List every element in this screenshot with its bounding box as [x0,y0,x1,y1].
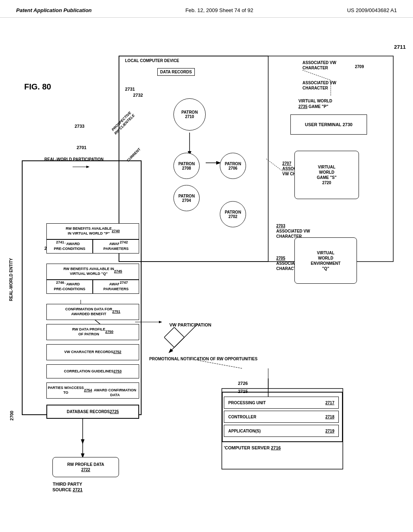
computer-server-box [222,392,343,442]
fig-label: FIG. 80 [24,82,51,91]
user-terminal-label: USER TERMINAL 2730 [305,122,353,127]
parties-access-box: PARTIES W/ACCESS TO 2754AWARD CONFIRMATI… [46,382,139,399]
label-2701: 2701 [77,145,86,150]
prospective-rw-label: PROSPECTIVERW CLIENTELE [108,108,138,137]
svg-line-16 [302,70,331,80]
assoc-vw-char-2709: ASSOCIATED VWCHARACTER [302,60,336,71]
label-2722: 2722 [81,467,90,472]
svg-line-19 [266,159,282,171]
data-records-label: DATA RECORDS [157,68,195,76]
confirmation-data-box: CONFIRMATION DATA FORAWARDED BENEFIT 275… [46,304,139,320]
rw-benefits-q-box: RW BENEFITS AVAILABLE INVIRTUAL WORLD "Q… [46,264,139,280]
patron-2702: PATRON2702 [220,201,246,227]
patron-2704: PATRON2704 [173,185,200,211]
label-2742: 2742 [119,240,129,245]
label-2733: 2733 [75,123,84,129]
diagram-area: FIG. 80 2711 LOCAL COMPUTER DEVICE DATA … [0,18,413,501]
label-2747: 2747 [119,281,129,285]
award-params-2747: AWARDPARAMETERS [93,280,139,294]
computer-server-label: 'COMPUTER SERVER 2716 [224,445,281,451]
vw-participation-diamond [164,327,184,349]
correlation-guidelines-box: CORRELATION GUIDELINES 2753 [46,364,139,378]
local-computer-label: LOCAL COMPUTER DEVICE [125,58,179,63]
virtual-world-env-q: VIRTUALWORLDENVIRONMENT"Q" [294,237,357,284]
page-header: Patent Application Publication Feb. 12, … [0,0,413,18]
header-right: US 2009/0043682 A1 [347,7,397,13]
header-center: Feb. 12, 2009 Sheet 74 of 92 [186,7,253,13]
vw-character-records-box: VW CHARACTER RECORDS 2752 [46,344,139,360]
rw-data-profile-box: RW DATA PROFILEOF PATRON 2750 [46,324,139,340]
svg-line-11 [198,360,242,368]
label-2731: 2731 [125,86,135,92]
label-2746: 2746 [55,281,65,285]
current-label: CURRENT [126,147,142,163]
patron-2706: PATRON2706 [220,153,246,179]
header-left: Patent Application Publication [16,7,92,13]
rw-profile-data-label: RW PROFILE DATA [67,462,104,467]
svg-marker-23 [164,327,184,347]
diamond-svg [164,327,184,347]
real-world-participation: REAL-WORLD PARTICIPATION [44,157,104,162]
third-party-source: THIRD PARTYSOURCE 2721 [52,481,83,493]
database-records-box: DATABASE RECORDS 2725 [46,405,139,419]
patron-2708: PATRON2708 [173,153,200,179]
rw-award-pre-2741: RW AWARDPRE-CONDITIONS [46,239,93,254]
label-2709: 2709 [355,64,364,69]
award-params-2742: AWARDPARAMETERS [93,239,139,254]
label-2726: 2726 [238,380,248,386]
label-2700: 2700 [9,411,15,420]
assoc-vw-char-2: ASSOCIATED VWCHARACTER [302,80,336,91]
user-terminal-box: USER TERMINAL 2730 [290,114,367,135]
label-2732: 2732 [133,92,143,98]
promotional-notification: PROMOTIONAL NOTIFICATION OF RW OPPORTUNI… [149,356,257,362]
rw-benefits-p-box: RW BENEFITS AVAILABLEIN VIRTUAL WORLD "P… [46,223,139,239]
label-2741: 2741 [55,240,65,245]
virtual-world-game-s: VIRTUALWORLDGAME "S"2720 [294,151,359,199]
patron-2710: PATRON2710 [173,98,206,131]
assoc-vw-char-2703: 2703ASSOCIATED VWCHARACTER [276,223,310,239]
label-2711: 2711 [394,44,406,51]
rw-award-pre-2746: RW AWARDPRE-CONDITIONS [46,280,93,294]
rw-profile-data-box: RW PROFILE DATA 2722 [52,457,119,477]
virtual-world-game-p: VIRTUAL WORLD2735 GAME "P" [298,98,332,110]
real-world-entity-label: REAL-WORLD ENTITY [9,199,13,360]
